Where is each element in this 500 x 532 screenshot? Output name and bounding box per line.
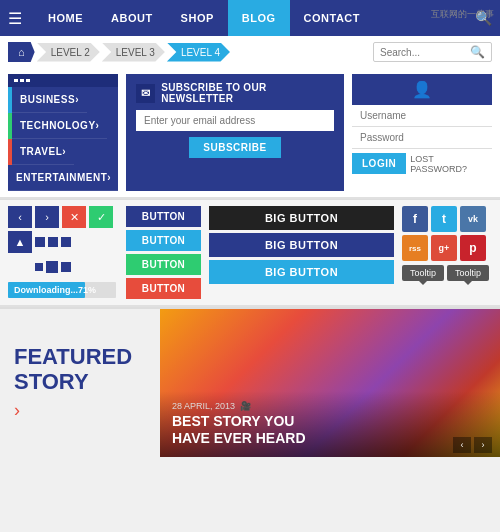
ctrl-prev-button[interactable]: ‹ xyxy=(8,206,32,228)
story-overlay: 28 APRIL, 2013 🎥 BEST STORY YOU HAVE EVE… xyxy=(160,391,500,457)
ctrl-row-2: ▲ xyxy=(8,231,118,253)
tooltip-row: Tooltip Tooltip xyxy=(402,265,492,281)
navbar: ☰ HOME ABOUT SHOP BLOG CONTACT 🔍 xyxy=(0,0,500,36)
big-buttons-col: BIG BUTTON BIG BUTTON BIG BUTTON xyxy=(209,206,394,299)
pinterest-button[interactable]: p xyxy=(460,235,486,261)
ctrl-up-button[interactable]: ▲ xyxy=(8,231,32,253)
story-next-button[interactable]: › xyxy=(474,437,492,453)
small-button-3[interactable]: BUTTON xyxy=(126,254,201,275)
search-submit-icon[interactable]: 🔍 xyxy=(470,45,485,59)
nav-items: HOME ABOUT SHOP BLOG CONTACT xyxy=(34,0,475,36)
nav-item-home[interactable]: HOME xyxy=(34,0,97,36)
ctrl-sq-small-1 xyxy=(35,263,43,271)
ctrl-next-button[interactable]: › xyxy=(35,206,59,228)
lost-password-link[interactable]: LOST PASSWORD? xyxy=(410,154,492,174)
featured-story-panel: FEATURED STORY › xyxy=(0,309,160,457)
login-footer: LOGIN LOST PASSWORD? xyxy=(352,153,492,174)
breadcrumb: ⌂ LEVEL 2 LEVEL 3 LEVEL 4 🔍 xyxy=(0,36,500,68)
story-title: BEST STORY YOU HAVE EVER HEARD xyxy=(172,413,488,447)
search-box: 🔍 xyxy=(373,42,492,62)
story-prev-button[interactable]: ‹ xyxy=(453,437,471,453)
sidebar-item-travel[interactable]: TRAVEL › xyxy=(12,139,74,165)
sidebar-menu: BUSINESS › TECHNOLOGY › TRAVEL › ENTERTA… xyxy=(8,74,118,191)
big-button-1[interactable]: BIG BUTTON xyxy=(209,206,394,230)
story-navigation: ‹ › xyxy=(453,437,492,453)
small-buttons-col: BUTTON BUTTON BUTTON BUTTON xyxy=(126,206,201,299)
section-stories: FEATURED STORY › 28 APRIL, 2013 🎥 BEST S… xyxy=(0,307,500,457)
ctrl-sq-med xyxy=(46,261,58,273)
password-input[interactable] xyxy=(352,127,492,149)
hamburger-icon[interactable]: ☰ xyxy=(8,9,22,28)
big-button-3[interactable]: BIG BUTTON xyxy=(209,260,394,284)
user-icon: 👤 xyxy=(412,80,432,99)
newsletter-email-input[interactable] xyxy=(136,110,334,131)
breadcrumb-home[interactable]: ⌂ xyxy=(8,42,35,62)
story-date: 28 APRIL, 2013 🎥 xyxy=(172,401,488,411)
featured-label: FEATURED STORY xyxy=(14,345,146,393)
login-button[interactable]: LOGIN xyxy=(352,153,406,174)
ctrl-sq-2 xyxy=(48,237,58,247)
small-button-1[interactable]: BUTTON xyxy=(126,206,201,227)
watermark: 互联网的一些事 xyxy=(431,8,494,21)
ctrl-sq-1 xyxy=(35,237,45,247)
nav-item-blog[interactable]: BLOG xyxy=(228,0,290,36)
ctrl-spacer xyxy=(8,256,32,278)
ctrl-row-3 xyxy=(8,256,118,278)
mail-icon: ✉ xyxy=(136,84,155,103)
ctrl-sq-3 xyxy=(61,237,71,247)
social-grid: f t vk rss g+ p xyxy=(402,206,492,261)
camera-icon: 🎥 xyxy=(240,401,251,411)
breadcrumb-level2[interactable]: LEVEL 2 xyxy=(37,43,100,62)
section-controls: ‹ › ✕ ✓ ▲ Downloading...71% BUTTON BUTTO… xyxy=(0,199,500,305)
subscribe-button[interactable]: SUBSCRIBE xyxy=(189,137,280,158)
sidebar-item-technology-wrap: TECHNOLOGY › xyxy=(8,113,118,139)
featured-arrow[interactable]: › xyxy=(14,400,146,421)
breadcrumb-level4[interactable]: LEVEL 4 xyxy=(167,43,230,62)
nav-item-about[interactable]: ABOUT xyxy=(97,0,167,36)
rss-button[interactable]: rss xyxy=(402,235,428,261)
login-header: 👤 xyxy=(352,74,492,105)
search-input[interactable] xyxy=(380,47,470,58)
tooltip-2: Tooltip xyxy=(447,265,489,281)
ctrl-sq-4 xyxy=(61,262,71,272)
newsletter-box: ✉ SUBSCRIBE TO OUR NEWSLETTER SUBSCRIBE xyxy=(126,74,344,191)
username-input[interactable] xyxy=(352,105,492,127)
section-widgets: BUSINESS › TECHNOLOGY › TRAVEL › ENTERTA… xyxy=(0,68,500,197)
progress-label: Downloading...71% xyxy=(14,285,96,295)
control-panel: ‹ › ✕ ✓ ▲ Downloading...71% xyxy=(8,206,118,299)
ctrl-row-1: ‹ › ✕ ✓ xyxy=(8,206,118,228)
login-box: 👤 LOGIN LOST PASSWORD? xyxy=(352,74,492,191)
sidebar-top-bar xyxy=(8,74,118,87)
sidebar-item-entertainment-wrap: ENTERTAINMENT › xyxy=(8,165,118,191)
sidebar-item-business-wrap: BUSINESS › xyxy=(8,87,118,113)
sidebar-item-business[interactable]: BUSINESS › xyxy=(12,87,87,113)
twitter-button[interactable]: t xyxy=(431,206,457,232)
vk-button[interactable]: vk xyxy=(460,206,486,232)
ctrl-check-button[interactable]: ✓ xyxy=(89,206,113,228)
small-button-4[interactable]: BUTTON xyxy=(126,278,201,299)
sidebar-item-technology[interactable]: TECHNOLOGY › xyxy=(12,113,107,139)
small-button-2[interactable]: BUTTON xyxy=(126,230,201,251)
progress-bar-wrap: Downloading...71% xyxy=(8,282,116,298)
sidebar-item-travel-wrap: TRAVEL › xyxy=(8,139,118,165)
social-col: f t vk rss g+ p Tooltip Tooltip xyxy=(402,206,492,299)
sidebar-item-entertainment[interactable]: ENTERTAINMENT › xyxy=(8,165,119,191)
newsletter-header: ✉ SUBSCRIBE TO OUR NEWSLETTER xyxy=(136,82,334,104)
ctrl-close-button[interactable]: ✕ xyxy=(62,206,86,228)
nav-item-shop[interactable]: SHOP xyxy=(167,0,228,36)
breadcrumb-level3[interactable]: LEVEL 3 xyxy=(102,43,165,62)
nav-item-contact[interactable]: CONTACT xyxy=(290,0,374,36)
big-button-2[interactable]: BIG BUTTON xyxy=(209,233,394,257)
story-image: 28 APRIL, 2013 🎥 BEST STORY YOU HAVE EVE… xyxy=(160,309,500,457)
googleplus-button[interactable]: g+ xyxy=(431,235,457,261)
tooltip-1: Tooltip xyxy=(402,265,444,281)
facebook-button[interactable]: f xyxy=(402,206,428,232)
